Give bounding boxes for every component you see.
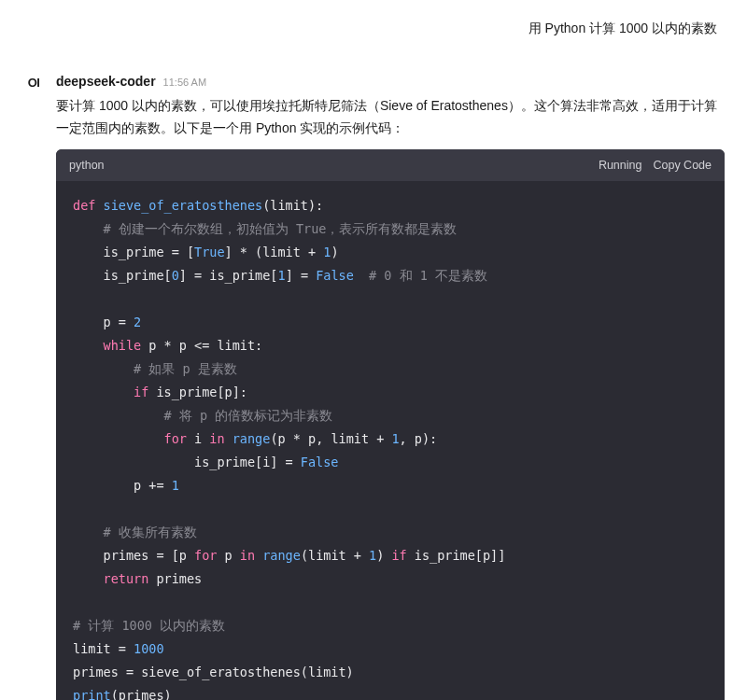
code-token: is_prime[i] = — [73, 455, 301, 469]
code-token: 1 — [172, 478, 179, 493]
code-token: is_prime[ — [73, 268, 172, 283]
code-token: def — [73, 198, 104, 213]
code-token: 0 — [172, 268, 179, 283]
code-token: primes — [148, 571, 202, 586]
code-token: 1000 — [134, 641, 164, 656]
code-token: # 收集所有素数 — [104, 525, 197, 539]
code-token: return — [104, 571, 149, 586]
code-token: i — [187, 431, 209, 446]
code-token: if — [134, 385, 148, 399]
code-token — [73, 361, 134, 376]
code-token: range — [262, 548, 301, 563]
code-token: sieve_of_eratosthenes — [104, 198, 263, 213]
code-token: (limit): — [262, 198, 323, 213]
code-token: ] * (limit + — [225, 245, 324, 259]
code-token: # 0 和 1 不是素数 — [369, 268, 487, 283]
code-token: # 创建一个布尔数组，初始值为 True，表示所有数都是素数 — [104, 221, 458, 236]
code-token: p += — [73, 478, 172, 493]
code-token: 1 — [277, 268, 285, 283]
code-token: # 计算 1000 以内的素数 — [73, 618, 225, 633]
code-token: # 将 p 的倍数标记为非素数 — [164, 408, 333, 423]
timestamp: 11:56 AM — [163, 75, 206, 91]
code-token — [354, 268, 369, 283]
code-token: ] = is_prime[ — [179, 268, 278, 283]
code-token: while — [104, 338, 142, 353]
model-name: deepseek-coder — [56, 72, 156, 91]
intro-text: 要计算 1000 以内的素数，可以使用埃拉托斯特尼筛法（Sieve of Era… — [56, 95, 725, 140]
code-block: python Running Copy Code def sieve_of_er… — [56, 149, 725, 700]
code-token: p = — [73, 315, 134, 329]
user-message: 用 Python 计算 1000 以内的素数 — [22, 15, 725, 42]
code-token: range — [233, 431, 271, 446]
message-meta: deepseek-coder 11:56 AM — [56, 72, 725, 91]
assistant-message: OI deepseek-coder 11:56 AM 要计算 1000 以内的素… — [22, 72, 725, 700]
code-token: p — [217, 548, 239, 563]
code-token: (primes) — [111, 688, 172, 700]
code-token: True — [194, 245, 225, 259]
code-token — [73, 525, 104, 539]
code-token: limit = — [73, 641, 134, 656]
code-token — [73, 221, 104, 236]
code-token: print — [73, 688, 111, 700]
code-token — [73, 385, 134, 399]
code-body[interactable]: def sieve_of_eratosthenes(limit): # 创建一个… — [56, 181, 725, 700]
code-token: False — [301, 455, 339, 469]
code-token: 1 — [369, 548, 376, 563]
code-header: python Running Copy Code — [56, 149, 725, 182]
code-token: (limit + — [301, 548, 369, 563]
code-token: for — [194, 548, 217, 563]
code-token — [73, 338, 104, 353]
code-token: 1 — [391, 431, 399, 446]
code-token: is_prime[p]] — [407, 548, 506, 563]
code-token — [73, 571, 104, 586]
code-token: ] = — [286, 268, 317, 283]
code-token: # 如果 p 是素数 — [134, 361, 237, 376]
code-token: (p * p, limit + — [270, 431, 391, 446]
code-token — [73, 408, 164, 423]
code-token: primes = sieve_of_eratosthenes(limit) — [73, 665, 354, 679]
code-token: 2 — [134, 315, 141, 329]
copy-code-button[interactable]: Copy Code — [653, 157, 712, 175]
avatar: OI — [22, 72, 45, 94]
code-token: False — [316, 268, 354, 283]
code-token: in — [240, 548, 255, 563]
code-token: p * p <= limit: — [141, 338, 262, 353]
code-token: for — [164, 431, 187, 446]
code-language-label: python — [69, 157, 105, 175]
code-token: is_prime = [ — [73, 245, 194, 259]
code-token: primes = [p — [73, 548, 194, 563]
code-token — [225, 431, 233, 446]
code-token: in — [209, 431, 224, 446]
running-label: Running — [599, 157, 642, 175]
code-token: , p): — [400, 431, 438, 446]
code-token: ) — [376, 548, 391, 563]
code-token — [255, 548, 262, 563]
code-token: ) — [331, 245, 338, 259]
code-token — [73, 431, 164, 446]
code-token: is_prime[p]: — [148, 385, 247, 399]
code-token: if — [391, 548, 406, 563]
